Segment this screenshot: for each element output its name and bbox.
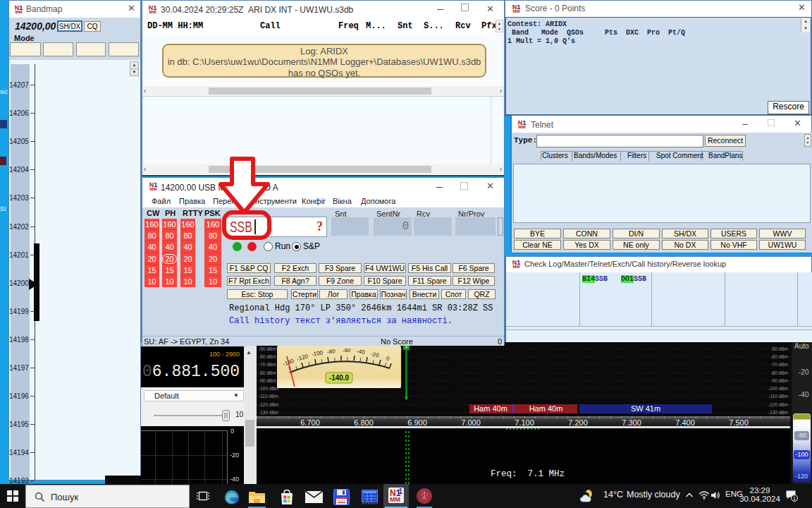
svg-text:-60: -60 — [343, 347, 351, 353]
svg-text:1: 1 — [793, 496, 796, 501]
svg-text:-140.0: -140.0 — [329, 374, 350, 382]
svg-text:-40: -40 — [357, 349, 366, 356]
svg-text:-80: -80 — [327, 348, 336, 355]
